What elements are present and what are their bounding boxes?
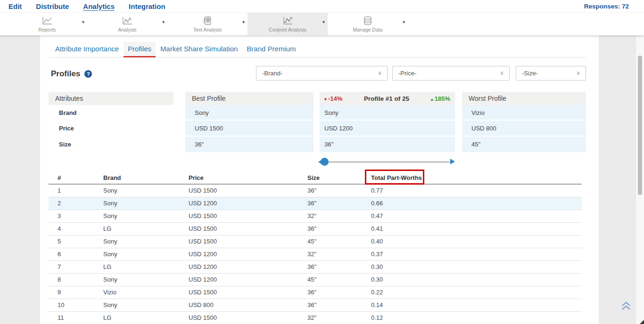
cell-price: USD 1500	[189, 235, 307, 248]
cell-num: 6	[49, 248, 103, 260]
toolbar-item-text-analysis[interactable]: Text Analysis ▾	[167, 13, 248, 35]
col-header-price[interactable]: Price	[189, 172, 307, 184]
toolbar-item-conjoint-analysis[interactable]: Conjoint Analysis ▾	[248, 13, 328, 35]
reports-caret-icon[interactable]: ▾	[82, 19, 84, 24]
selected-profile-size: 36"	[320, 137, 455, 152]
price-filter-dropdown[interactable]: -Price- ∨	[392, 66, 510, 81]
table-row[interactable]: 7LGUSD 120036"0.30	[49, 260, 582, 273]
worst-profile-size: 45"	[462, 137, 586, 152]
analysis-caret-icon[interactable]: ▾	[162, 19, 165, 24]
best-profile-header: Best Profile	[185, 92, 314, 105]
cell-brand: Sony	[103, 184, 189, 197]
table-row[interactable]: 11LGUSD 150032"0.12	[49, 311, 582, 324]
conjoint-subtabs: Attribute Importance Profiles Market Sha…	[49, 42, 586, 57]
col-header-brand[interactable]: Brand	[103, 172, 189, 184]
size-filter-dropdown[interactable]: -Size- ∨	[516, 66, 586, 81]
best-profile-brand: Sony	[185, 105, 314, 121]
profiles-table-body: 1SonyUSD 150036"0.772SonyUSD 120036"0.66…	[49, 184, 582, 324]
text-analysis-caret-icon[interactable]: ▾	[242, 19, 245, 24]
table-row[interactable]: 4LGUSD 150036"0.41	[49, 222, 582, 235]
table-row[interactable]: 1SonyUSD 150036"0.77	[49, 184, 582, 197]
toolbar-item-label: Reports	[39, 27, 56, 32]
tab-profiles[interactable]: Profiles	[124, 42, 156, 57]
col-header-total-part-worths[interactable]: Total Part-Worths	[371, 172, 582, 184]
nav-item-integration[interactable]: Integration	[129, 2, 165, 10]
cell-size: 32"	[307, 248, 371, 260]
cell-brand: Sony	[103, 235, 189, 248]
cell-worth: 0.30	[371, 273, 582, 286]
analytics-toolbar: Reports ▾ Analysis ▾ Text Analysis ▾ Con…	[0, 13, 644, 35]
cell-price: USD 1500	[189, 210, 307, 222]
line-chart-icon	[41, 16, 53, 26]
slider-handle[interactable]	[321, 158, 329, 166]
cell-size: 45"	[307, 273, 371, 286]
cell-num: 5	[49, 235, 103, 248]
toolbar-item-manage-data[interactable]: Manage Data ▾	[328, 13, 408, 35]
tab-attribute-importance[interactable]: Attribute Importance	[51, 42, 123, 57]
table-row[interactable]: 2SonyUSD 120036"0.66	[49, 197, 582, 210]
chevron-down-icon: ∨	[500, 66, 504, 80]
selected-profile-panel: ▾-14% Profile #1 of 25 ▴185% Sony USD 12…	[320, 92, 455, 152]
col-header-num[interactable]: #	[49, 172, 103, 184]
nav-item-distribute[interactable]: Distribute	[36, 2, 69, 10]
cell-worth: 0.37	[371, 248, 582, 260]
cell-price: USD 1500	[189, 286, 307, 299]
nav-item-edit[interactable]: Edit	[8, 2, 22, 10]
tab-market-share-simulation[interactable]: Market Share Simulation	[156, 42, 242, 57]
cell-num: 1	[49, 184, 103, 197]
table-row[interactable]: 3SonyUSD 150032"0.47	[49, 210, 582, 222]
cell-num: 7	[49, 260, 103, 273]
toolbar-item-label: Conjoint Analysis	[269, 27, 306, 32]
responses-count-link[interactable]: Responses: 72	[584, 3, 629, 10]
cell-worth: 0.77	[371, 184, 582, 197]
cell-price: USD 1500	[189, 222, 307, 235]
triangle-up-icon: ▴	[431, 97, 433, 102]
conjoint-caret-icon[interactable]: ▾	[322, 19, 325, 24]
attribute-label-brand: Brand	[49, 105, 173, 121]
app-window: Edit Distribute Analytics Integration Re…	[0, 0, 644, 324]
best-profile-price: USD 1500	[185, 121, 314, 136]
toolbar-item-reports[interactable]: Reports ▾	[7, 13, 87, 35]
cell-price: USD 1200	[189, 260, 307, 273]
content-card: Attribute Importance Profiles Market Sha…	[40, 35, 599, 324]
nav-item-analytics[interactable]: Analytics	[83, 2, 115, 10]
back-to-top-button[interactable]	[620, 300, 633, 313]
cell-brand: LG	[103, 222, 189, 235]
chevron-down-icon: ∨	[378, 66, 382, 80]
table-row[interactable]: 5SonyUSD 150045"0.40	[49, 235, 582, 248]
price-filter-value: -Price-	[398, 70, 416, 77]
attribute-label-price: Price	[49, 121, 173, 136]
slider-next-arrow-icon[interactable]	[450, 159, 455, 164]
col-header-size[interactable]: Size	[307, 172, 371, 184]
toolbar-item-analysis[interactable]: Analysis ▾	[87, 13, 167, 35]
cell-brand: LG	[103, 311, 189, 324]
conjoint-chart-icon	[282, 16, 293, 26]
scrollbar-thumb[interactable]	[638, 56, 642, 195]
triangle-down-icon: ▾	[324, 97, 327, 102]
cell-size: 36"	[307, 197, 371, 210]
cell-size: 36"	[307, 299, 371, 311]
table-row[interactable]: 9VizioUSD 150036"0.22	[49, 286, 582, 299]
selected-profile-price: USD 1200	[320, 121, 455, 136]
toolbar-item-label: Analysis	[118, 27, 136, 32]
cell-num: 9	[49, 286, 103, 299]
brand-filter-dropdown[interactable]: -Brand- ∨	[256, 66, 388, 81]
double-chevron-up-icon	[620, 300, 632, 312]
table-row[interactable]: 6SonyUSD 120032"0.37	[49, 248, 582, 260]
tab-brand-premium[interactable]: Brand Premium	[242, 42, 300, 57]
manage-data-caret-icon[interactable]: ▾	[403, 19, 405, 24]
table-row[interactable]: 8SonyUSD 120045"0.30	[49, 273, 582, 286]
table-row[interactable]: 10SonyUSD 80036"0.14	[49, 299, 582, 311]
decrease-badge: ▾-14%	[324, 95, 342, 102]
help-icon[interactable]: ?	[84, 70, 92, 78]
cell-num: 3	[49, 210, 103, 222]
selected-profile-brand: Sony	[320, 105, 455, 121]
worst-profile-panel: Worst Profile Vizio USD 800 45"	[462, 92, 586, 152]
size-filter-value: -Size-	[522, 70, 538, 77]
slider-track[interactable]	[324, 161, 450, 163]
cell-num: 8	[49, 273, 103, 286]
cell-size: 36"	[307, 286, 371, 299]
cell-price: USD 800	[189, 299, 307, 311]
worst-profile-price: USD 800	[462, 121, 586, 136]
vertical-scrollbar	[636, 35, 644, 324]
